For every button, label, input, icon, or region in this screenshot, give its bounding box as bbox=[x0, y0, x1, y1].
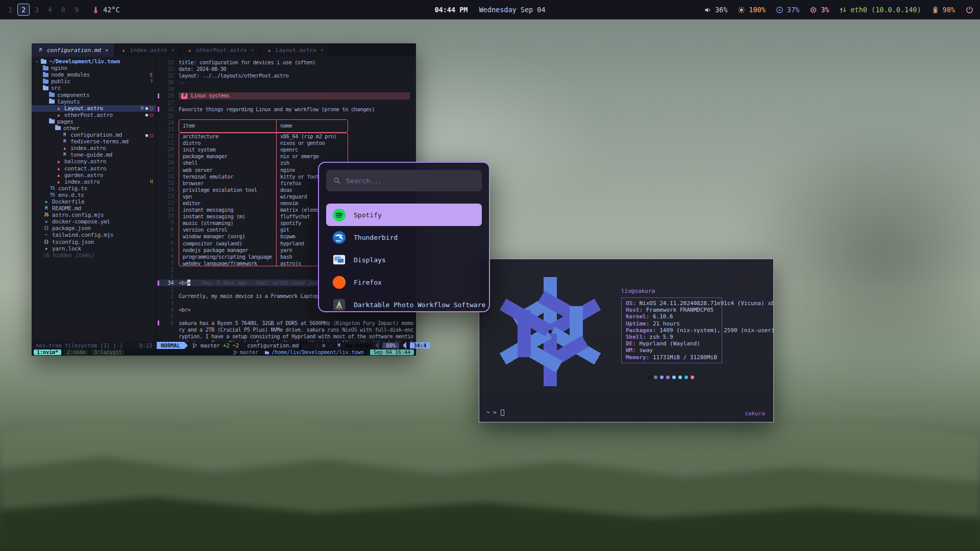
line-number: 12 bbox=[160, 199, 174, 206]
tree-item[interactable]: ▲otherPost.astro●□ bbox=[32, 112, 156, 118]
launcher-entry[interactable]: Firefox bbox=[326, 271, 482, 293]
volume-module[interactable]: 36% bbox=[704, 6, 727, 14]
tree-item[interactable]: Mconfiguration.md●□ bbox=[32, 132, 156, 138]
buffer-line[interactable]: 26Favorite things regarding Linux and my… bbox=[157, 106, 416, 113]
table-cell: nix or emerge bbox=[276, 153, 348, 160]
search-bar[interactable] bbox=[326, 170, 482, 191]
tree-item[interactable]: ▲garden.astro bbox=[32, 172, 156, 179]
tree-item[interactable]: other bbox=[32, 125, 156, 132]
buffer-line[interactable]: 33title: configuration for devices i use… bbox=[157, 59, 416, 66]
launcher-entry[interactable]: Darktable Photo Workflow Software bbox=[326, 293, 482, 312]
tree-root[interactable]: ▾ ~/Development/liv.town bbox=[32, 58, 156, 65]
close-icon[interactable]: × bbox=[171, 47, 175, 54]
buffer-line[interactable]: 29 bbox=[157, 86, 416, 92]
fetch-info-value: : 1409 (nix-system), 2590 (nix-user) bbox=[653, 327, 774, 334]
tree-item[interactable]: TSconfig.ts bbox=[32, 185, 156, 192]
launcher-entry[interactable]: Spotify bbox=[326, 204, 482, 226]
fetch-info-line: WM: sway bbox=[626, 347, 718, 354]
tree-item[interactable]: pages bbox=[32, 118, 156, 125]
close-icon[interactable]: × bbox=[105, 47, 109, 54]
tree-item-label: otherPost.astro bbox=[64, 112, 113, 118]
tree-item[interactable]: ▪yarn.lock bbox=[32, 245, 156, 252]
fetch-info-line: OS: NixOS 24.11.20240828.71e91c4 (Vicuna… bbox=[626, 300, 718, 307]
powerline-separator bbox=[184, 342, 188, 349]
tree-item[interactable]: (6 hidden items) bbox=[32, 252, 156, 259]
editor-tab[interactable]: ▲index.astro× bbox=[115, 43, 181, 57]
workspace-4[interactable]: 4 bbox=[44, 4, 56, 16]
folder-open-icon bbox=[41, 60, 46, 64]
tree-item-label: src bbox=[51, 85, 61, 91]
tree-item[interactable]: public? bbox=[32, 78, 156, 85]
table-header-cell: name bbox=[276, 120, 348, 132]
brightness-module[interactable]: 100% bbox=[738, 6, 766, 14]
buffer-line[interactable]: 27 bbox=[157, 99, 416, 106]
workspace-9[interactable]: 9 bbox=[70, 4, 83, 16]
tree-item[interactable]: node_modulesE bbox=[32, 71, 156, 78]
astro-icon: ▲ bbox=[266, 48, 273, 53]
fetch-info-label: Host bbox=[626, 307, 640, 313]
launcher-entry-label: Displays bbox=[354, 256, 386, 264]
tree-item[interactable]: JSastro.config.mjs bbox=[32, 212, 156, 218]
launcher-entry[interactable]: Thunderbird bbox=[326, 226, 482, 248]
tree-item[interactable]: src bbox=[32, 85, 156, 91]
tree-item[interactable]: ▲index.astro bbox=[32, 145, 156, 152]
buffer-line[interactable]: 28#Linux systems bbox=[157, 92, 416, 99]
workspace-1[interactable]: 1 bbox=[4, 4, 16, 16]
tree-item-label: tone-guide.md bbox=[70, 152, 112, 158]
folder-open-icon bbox=[49, 119, 55, 123]
editor-tab[interactable]: Mconfiguration.md× bbox=[32, 43, 115, 57]
buffer-line[interactable]: 32date: 2024-08-30 bbox=[157, 66, 416, 72]
tree-item-label: layouts bbox=[57, 98, 80, 105]
tmux-window-3[interactable]: 3:lazygit bbox=[91, 349, 125, 355]
editor-tab[interactable]: ▲otherPost.astro× bbox=[181, 43, 260, 57]
tree-item[interactable]: ▲Layout.astroH●□ bbox=[32, 105, 156, 112]
launcher-entry[interactable]: Displays bbox=[326, 248, 482, 271]
tmux-window-2[interactable]: 2:node bbox=[64, 349, 88, 355]
disk-module[interactable]: 37% bbox=[776, 6, 799, 14]
line-number: 9 bbox=[160, 219, 174, 226]
fetch-info-value: : 11731MiB / 31280MiB bbox=[646, 354, 717, 361]
editor-tab[interactable]: ▲Layout.astro× bbox=[260, 43, 330, 57]
buffer-line[interactable]: 31layout: ../../layouts/otherPost.astro bbox=[157, 72, 416, 79]
buffer-line[interactable]: 25 bbox=[157, 113, 416, 119]
battery-module[interactable]: 98% bbox=[932, 6, 955, 14]
shell-prompt[interactable]: ~ > bbox=[486, 409, 504, 416]
tree-item[interactable]: MREADME.md bbox=[32, 205, 156, 212]
tree-item[interactable]: Mtone-guide.md bbox=[32, 152, 156, 158]
tree-item[interactable]: ◈docker-compose.yml bbox=[32, 218, 156, 225]
buffer-line[interactable]: 30--- bbox=[157, 79, 416, 86]
tree-item[interactable]: {}package.json bbox=[32, 225, 156, 232]
close-icon[interactable]: × bbox=[321, 47, 324, 54]
close-icon[interactable]: × bbox=[251, 47, 254, 54]
tree-item[interactable]: ▲index.astroH bbox=[32, 179, 156, 185]
launcher-entry-label: Darktable Photo Workflow Software bbox=[354, 301, 485, 309]
tree-item[interactable]: Mfediverse-terms.md bbox=[32, 138, 156, 145]
buffer-line[interactable]: 5 bbox=[157, 313, 416, 320]
workspace-3[interactable]: 3 bbox=[31, 4, 43, 16]
search-input[interactable] bbox=[346, 177, 475, 185]
tmux-window-1[interactable]: 1:nvim* bbox=[34, 349, 61, 355]
temperature-module[interactable]: 42°C bbox=[92, 6, 120, 14]
buffer-line[interactable]: 6sakura has a Ryzen 5 7640U, 32GB of DDR… bbox=[157, 320, 416, 342]
tree-item[interactable]: nginx bbox=[32, 65, 156, 71]
tab-label: Layout.astro bbox=[276, 47, 316, 54]
tree-item[interactable]: {}tsconfig.json bbox=[32, 239, 156, 245]
table-cell: webdev language/framework bbox=[179, 260, 276, 266]
astro-icon: ▲ bbox=[120, 48, 127, 53]
workspace-8[interactable]: 8 bbox=[57, 4, 69, 16]
tree-item[interactable]: TSenv.d.ts bbox=[32, 192, 156, 198]
tree-item[interactable]: ▲balcony.astro bbox=[32, 158, 156, 165]
cpu-module[interactable]: 3% bbox=[810, 6, 829, 14]
tree-item-label: public bbox=[51, 78, 70, 85]
clock: 04:44 PM Wednesday Sep 04 bbox=[434, 6, 545, 14]
network-module[interactable]: eth0 (10.0.0.140) bbox=[839, 6, 921, 14]
power-button[interactable] bbox=[965, 6, 974, 14]
brightness-icon bbox=[738, 6, 745, 14]
tree-item[interactable]: layouts bbox=[32, 98, 156, 105]
tree-item[interactable]: ▲contact.astro bbox=[32, 165, 156, 172]
tree-item[interactable]: ~tailwind.config.mjs bbox=[32, 232, 156, 238]
table-cell: nixos or gentoo bbox=[276, 140, 348, 146]
workspace-2[interactable]: 2 bbox=[17, 4, 30, 16]
tree-item[interactable]: ◆Dockerfile bbox=[32, 198, 156, 205]
tree-item[interactable]: components bbox=[32, 91, 156, 98]
